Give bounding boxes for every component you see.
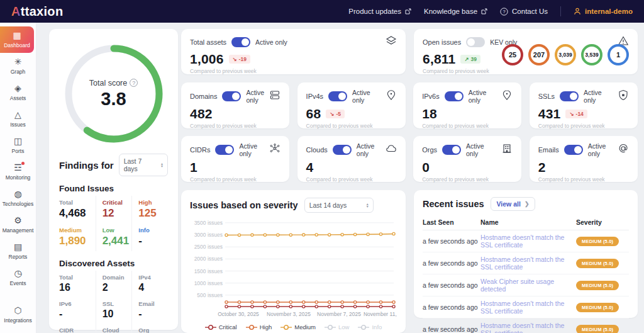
user-account-menu[interactable]: internal-demo: [574, 8, 633, 15]
nav-product-updates[interactable]: Product updates: [348, 8, 411, 15]
issue-name-link[interactable]: Hostname doesn't match the SSL certifica…: [480, 256, 564, 271]
sidebar-item-dashboard[interactable]: ▦Dashboard: [0, 26, 34, 53]
legend-item-critical[interactable]: Critical: [205, 324, 237, 330]
compare-note: Compared to previous week: [538, 176, 629, 183]
total-assets-toggle-label: Active only: [255, 38, 287, 46]
toggle-label: Active only: [239, 142, 264, 157]
issues-triangle-icon: △: [14, 110, 21, 120]
trend-down-icon: ↘: [569, 111, 574, 117]
sidebar-item-label: Issues: [10, 121, 26, 128]
findings-period-select[interactable]: Last 7 days ▴▾: [119, 154, 168, 176]
sidebar-item-reports[interactable]: ▤Reports: [0, 238, 36, 264]
card-title: IPv4s: [306, 93, 324, 100]
card-title: IPv6s: [422, 93, 440, 100]
total-assets-delta-badge: ↘-19: [229, 55, 250, 64]
sidebar-item-graph[interactable]: ✳Graph: [0, 53, 36, 79]
stat-label: Info: [138, 227, 168, 234]
nav-contact-us-label: Contact Us: [512, 8, 548, 15]
card-value: 482: [190, 106, 213, 121]
discovered-assets-stat-org: Org-: [131, 324, 168, 333]
legend-label: High: [260, 324, 272, 330]
severity-count-badge[interactable]: 25: [502, 44, 523, 65]
issue-name-link[interactable]: Hostname doesn't match the SSL certifica…: [480, 322, 564, 333]
score-help-icon[interactable]: ?: [130, 79, 138, 87]
sidebar-item-integrations[interactable]: ⬡Integrations: [0, 302, 36, 328]
kev-only-toggle[interactable]: [466, 37, 485, 47]
ssls-card: SSLsActive only431↘-14Compared to previo…: [530, 82, 638, 128]
compare-note: Compared to previous week: [306, 123, 397, 129]
card-value: 68: [306, 106, 321, 121]
nav-knowledge-base-label: Knowledge base: [424, 8, 477, 15]
navbar-links: Product updates Knowledge base ? Contact…: [348, 6, 633, 16]
issue-last-seen: a few seconds ago: [423, 230, 480, 252]
ipv6s-active-toggle[interactable]: [445, 91, 464, 101]
sidebar-item-technologies[interactable]: ◍Technologies: [0, 185, 36, 212]
sidebar-item-management[interactable]: ⚙Management: [0, 212, 36, 238]
ipv4s-active-toggle[interactable]: [328, 91, 347, 101]
stat-value: 16: [59, 282, 96, 293]
issue-name-link[interactable]: Hostname doesn't match the SSL certifica…: [480, 234, 564, 249]
card-title: Domains: [190, 93, 217, 100]
severity-count-badge[interactable]: 3,039: [555, 44, 576, 65]
legend-item-low[interactable]: Low: [325, 324, 349, 330]
orgs-active-toggle[interactable]: [442, 145, 461, 155]
chart-period-select[interactable]: Last 14 days ▴▾: [304, 198, 374, 213]
chevron-updown-icon: ▴▾: [367, 203, 369, 208]
open-issues-compare-note: Compared to previous week: [423, 68, 629, 74]
sidebar-item-events[interactable]: ◷Events: [0, 264, 36, 291]
legend-label: Medium: [294, 324, 316, 330]
sidebar-item-label: Reports: [9, 254, 28, 260]
issue-row: a few seconds agoHostname doesn't match …: [423, 230, 629, 252]
sidebar-item-assets[interactable]: ◈Assets: [0, 79, 36, 106]
external-link-icon: [481, 8, 487, 14]
legend-item-info[interactable]: Info: [358, 324, 382, 330]
severity-count-badge[interactable]: 207: [528, 44, 550, 65]
total-assets-value: 1,006: [190, 52, 224, 67]
legend-marker-icon: [358, 324, 369, 330]
legend-item-high[interactable]: High: [246, 324, 272, 330]
sidebar-item-label: Monitoring: [6, 174, 31, 181]
stat-label: Critical: [103, 199, 132, 206]
brand-logo[interactable]: Attaxion: [11, 4, 63, 19]
assets-diamond-icon: ◈: [14, 84, 21, 93]
stat-value: 4: [138, 282, 168, 293]
sidebar-item-issues[interactable]: △Issues: [0, 106, 36, 132]
clouds-active-toggle[interactable]: [333, 145, 352, 155]
emails-active-toggle[interactable]: [564, 145, 583, 155]
sidebar-item-monitoring[interactable]: ☲Monitoring: [0, 159, 36, 185]
layers-icon: [386, 35, 397, 49]
stat-label: Cloud: [103, 327, 132, 333]
legend-label: Critical: [219, 324, 237, 330]
legend-item-medium[interactable]: Medium: [280, 324, 316, 330]
stat-value: 125: [138, 207, 168, 220]
total-assets-active-toggle[interactable]: [231, 37, 250, 47]
compare-note: Compared to previous week: [422, 176, 513, 183]
user-name-label: internal-demo: [585, 8, 633, 15]
issue-name-link[interactable]: Hostname doesn't match the SSL certifica…: [480, 300, 564, 315]
ssls-active-toggle[interactable]: [560, 91, 579, 101]
navbar-divider: [560, 6, 561, 16]
found-issues-stat-high: High125: [131, 196, 168, 223]
severity-badge: MEDIUM (5.0): [576, 237, 619, 246]
delta-badge: ↘-5: [326, 110, 345, 118]
nav-product-updates-label: Product updates: [348, 8, 401, 15]
domains-card: DomainsActive only482Compared to previou…: [181, 82, 289, 128]
svg-text:3000 issues: 3000 issues: [194, 232, 223, 238]
card-value: 2: [538, 160, 546, 175]
issue-name-link[interactable]: Weak Cipher suite usage detected: [480, 278, 554, 293]
brand-logo-letter: A: [11, 4, 21, 18]
discovered-assets-stat-ipv6: IPv6-: [59, 297, 96, 324]
domains-active-toggle[interactable]: [222, 91, 241, 101]
sidebar-item-ports[interactable]: ◫Ports: [0, 132, 36, 159]
nav-knowledge-base[interactable]: Knowledge base: [424, 8, 487, 15]
svg-text:November 3, 2025: November 3, 2025: [267, 311, 311, 317]
nav-contact-us[interactable]: ? Contact Us: [500, 8, 548, 16]
svg-text:2500 issues: 2500 issues: [194, 244, 223, 250]
total-score-label: Total score ?: [89, 79, 138, 87]
view-all-button[interactable]: View all ❯: [491, 197, 536, 211]
stat-value: 2: [103, 282, 132, 293]
cidrs-active-toggle[interactable]: [215, 145, 234, 155]
card-title: Clouds: [306, 146, 328, 154]
severity-count-badge[interactable]: 1: [608, 44, 629, 65]
severity-count-badge[interactable]: 3,539: [581, 44, 602, 65]
